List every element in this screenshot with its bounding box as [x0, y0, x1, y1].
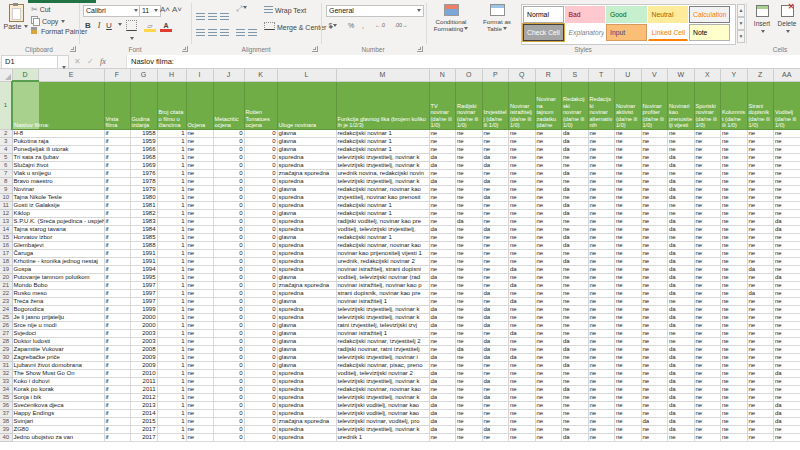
cell-godina[interactable]: 2017	[130, 425, 157, 433]
row-header-12[interactable]: 12	[0, 209, 12, 217]
cell-flag[interactable]: ne	[747, 345, 774, 353]
cell-flag[interactable]: ne	[535, 153, 562, 161]
cell-flag[interactable]: ne	[509, 313, 536, 321]
cell-title[interactable]: Svjedoci	[12, 329, 104, 337]
cell-flag[interactable]: ne	[588, 281, 615, 289]
cell-flag[interactable]: ne	[641, 217, 668, 225]
cell-flag[interactable]: da	[482, 313, 509, 321]
cell-flag[interactable]: ne	[562, 425, 589, 433]
cell-godina[interactable]: 2003	[130, 337, 157, 345]
cell-uloge[interactable]: sporedna	[277, 217, 336, 225]
cell-rotten[interactable]: 0	[244, 289, 277, 297]
cell-flag[interactable]: ne	[721, 297, 748, 305]
cell-flag[interactable]: ne	[721, 289, 748, 297]
cell-flag[interactable]: ne	[721, 417, 748, 425]
cell-flag[interactable]: da	[509, 265, 536, 273]
cell-funkcija[interactable]: redakcijski novinar 1	[336, 233, 429, 241]
cell-flag[interactable]: ne	[588, 145, 615, 153]
cell-flag[interactable]: ne	[588, 329, 615, 337]
cell-flag[interactable]: da	[562, 129, 589, 137]
cell-flag[interactable]: ne	[509, 289, 536, 297]
cell-flag[interactable]: ne	[535, 233, 562, 241]
align-right-button[interactable]	[220, 22, 229, 40]
cell-godina[interactable]: 2011	[130, 377, 157, 385]
cell-flag[interactable]: da	[668, 361, 695, 369]
cell-flag[interactable]: ne	[774, 297, 800, 305]
cell-vrsta[interactable]: if	[104, 281, 130, 289]
cell-flag[interactable]: ne	[456, 209, 483, 217]
cell-flag[interactable]: ne	[456, 169, 483, 177]
cell-vrsta[interactable]: if	[104, 273, 130, 281]
cell-flag[interactable]: ne	[721, 249, 748, 257]
cell-flag[interactable]: ne	[747, 329, 774, 337]
cell-flag[interactable]: ne	[641, 201, 668, 209]
cell-flag[interactable]: da	[668, 409, 695, 417]
cell-uloge[interactable]: sporedna	[277, 193, 336, 201]
cell-rotten[interactable]: 0	[244, 177, 277, 185]
cell-flag[interactable]: ne	[774, 153, 800, 161]
header-cell[interactable]: Izvjestitelj (da/ne ili 1/0)	[482, 81, 509, 129]
cell-godina[interactable]: 1959	[130, 137, 157, 145]
cell-flag[interactable]: ne	[747, 337, 774, 345]
cell-uloge[interactable]: glavna	[277, 273, 336, 281]
cell-flag[interactable]: ne	[588, 161, 615, 169]
cell-rotten[interactable]: 0	[244, 417, 277, 425]
cell-rotten[interactable]: 0	[244, 257, 277, 265]
cell-flag[interactable]: ne	[721, 353, 748, 361]
cell-flag[interactable]: ne	[721, 281, 748, 289]
cell-flag[interactable]: ne	[482, 265, 509, 273]
cell-ocjena[interactable]: ne	[186, 225, 213, 233]
cell-flag[interactable]: ne	[747, 145, 774, 153]
cell-flag[interactable]: ne	[694, 433, 721, 441]
cell-flag[interactable]: ne	[482, 217, 509, 225]
cell-flag[interactable]: ne	[588, 201, 615, 209]
cell-funkcija[interactable]: redakcijski novinar, izvjestitelj 2	[336, 337, 429, 345]
cell-flag[interactable]: da	[641, 417, 668, 425]
cell-vrsta[interactable]: if	[104, 433, 130, 441]
cell-metacritic[interactable]: 0	[213, 313, 244, 321]
cell-flag[interactable]: ne	[641, 225, 668, 233]
cell-rotten[interactable]: 0	[244, 129, 277, 137]
cell-funkcija[interactable]: redakcijski novinar, pisac, preno	[336, 361, 429, 369]
cell-funkcija[interactable]: radijski voditelj, novinar kao pre	[336, 217, 429, 225]
cell-godina[interactable]: 2011	[130, 385, 157, 393]
row-header-38[interactable]: 38	[0, 417, 12, 425]
cell-funkcija[interactable]: televizijski voditelj, novinar kao	[336, 401, 429, 409]
cell-ocjena[interactable]: ne	[186, 153, 213, 161]
cell-metacritic[interactable]: 0	[213, 305, 244, 313]
cell-ocjena[interactable]: ne	[186, 201, 213, 209]
cell-flag[interactable]: ne	[694, 425, 721, 433]
cell-rotten[interactable]: 0	[244, 185, 277, 193]
cell-flag[interactable]: ne	[535, 201, 562, 209]
cell-flag[interactable]: ne	[721, 225, 748, 233]
cell-flag[interactable]: ne	[429, 433, 456, 441]
cell-flag[interactable]: da	[668, 385, 695, 393]
row-header-13[interactable]: 13	[0, 217, 12, 225]
cell-metacritic[interactable]: 0	[213, 321, 244, 329]
cell-flag[interactable]: ne	[535, 137, 562, 145]
cell-godina[interactable]: 1969	[130, 161, 157, 169]
column-header-F[interactable]: F	[104, 69, 130, 81]
cell-flag[interactable]: ne	[747, 425, 774, 433]
cell-flag[interactable]: ne	[615, 369, 642, 377]
cell-flag[interactable]: ne	[641, 289, 668, 297]
cell-flag[interactable]: ne	[588, 353, 615, 361]
cell-flag[interactable]: ne	[429, 345, 456, 353]
cell-flag[interactable]: ne	[774, 313, 800, 321]
cell-flag[interactable]: ne	[774, 321, 800, 329]
cell-rotten[interactable]: 0	[244, 209, 277, 217]
cell-funkcija[interactable]: redakcijski novinar, novinar kao	[336, 385, 429, 393]
cell-flag[interactable]: ne	[774, 329, 800, 337]
cell-flag[interactable]: ne	[456, 265, 483, 273]
cell-broj-citata[interactable]: 1	[157, 241, 186, 249]
cell-flag[interactable]: da	[668, 393, 695, 401]
cell-flag[interactable]: ne	[641, 401, 668, 409]
cell-flag[interactable]: ne	[615, 249, 642, 257]
style-chip-explanatory[interactable]: Explanatory ...	[565, 24, 606, 41]
cell-flag[interactable]: ne	[747, 297, 774, 305]
cell-godina[interactable]: 2014	[130, 409, 157, 417]
cell-flag[interactable]: ne	[509, 129, 536, 137]
cell-flag[interactable]: ne	[482, 209, 509, 217]
style-chip-check-cell[interactable]: Check Cell	[523, 24, 564, 41]
cell-title[interactable]: Zapamtite Vukovar	[12, 345, 104, 353]
